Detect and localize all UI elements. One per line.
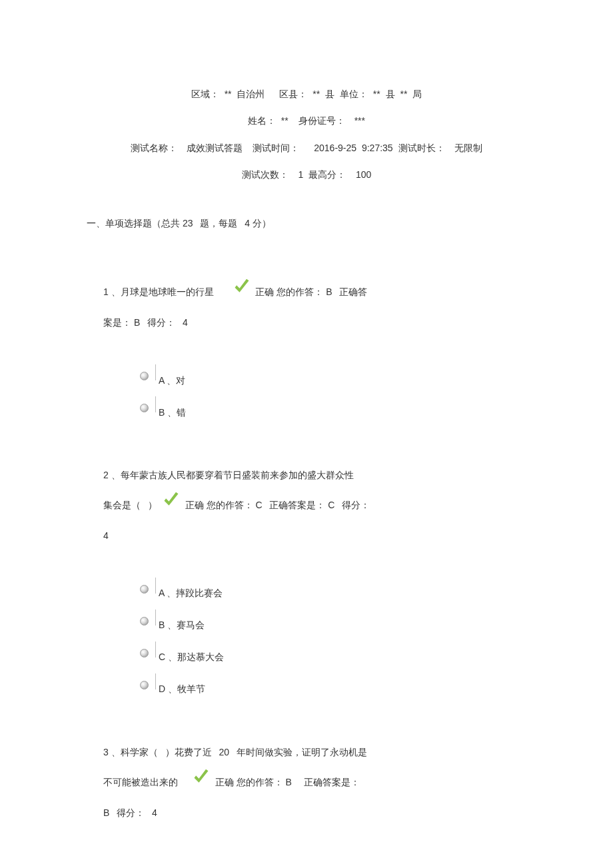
q1-option-b[interactable]: B 、错 <box>140 396 520 420</box>
radio-icon <box>140 585 149 594</box>
option-divider <box>155 364 156 380</box>
section-title: 一、单项选择题（总共 23 题，每题 4 分） <box>87 216 520 230</box>
radio-icon <box>140 372 149 380</box>
radio-icon <box>140 617 149 626</box>
q2-option-c[interactable]: C 、那达慕大会 <box>140 642 520 665</box>
header-name-line: 姓名： ** 身份证号： *** <box>93 113 520 128</box>
q1-option-b-label: B 、错 <box>159 405 186 420</box>
q1-options: A 、对 B 、错 <box>140 364 520 420</box>
q2-line2-pre: 集会是（ ） <box>103 500 157 510</box>
radio-icon <box>140 649 149 657</box>
check-icon <box>161 490 181 521</box>
question-2: 2 、每年蒙古族人民都要穿着节日盛装前来参加的盛大群众性 集会是（ ） 正确 您… <box>103 460 520 697</box>
q1-text-after: 正确 您的作答： B 正确答 <box>255 286 367 297</box>
q2-options: A 、摔跤比赛会 B 、赛马会 C 、那达慕大会 D 、牧羊节 <box>140 578 520 697</box>
option-divider <box>155 642 156 657</box>
q1-option-a[interactable]: A 、对 <box>140 364 520 388</box>
check-icon <box>232 277 252 308</box>
check-icon <box>191 767 211 798</box>
q1-option-a-label: A 、对 <box>159 373 185 388</box>
q2-option-c-label: C 、那达慕大会 <box>159 650 224 665</box>
header-region-line: 区域： ** 自治州 区县： ** 县 单位： ** 县 ** 局 <box>93 87 520 101</box>
q2-option-b[interactable]: B 、赛马会 <box>140 610 520 634</box>
q3-line1: 3 、科学家（ ）花费了近 20 年时间做实验，证明了永动机是 <box>103 747 367 757</box>
radio-icon <box>140 681 149 689</box>
q2-option-b-label: B 、赛马会 <box>159 618 205 633</box>
question-3: 3 、科学家（ ）花费了近 20 年时间做实验，证明了永动机是 不可能被造出来的… <box>103 737 520 828</box>
header-test-count-line: 测试次数： 1 最高分： 100 <box>93 167 520 182</box>
q2-line2-after: 正确 您的作答： C 正确答案是： C 得分： <box>185 500 370 510</box>
header-test-name-line: 测试名称： 成效测试答题 测试时间： 2016-9-25 9:27:35 测试时… <box>93 141 520 155</box>
question-1: 1 、月球是地球唯一的行星 正确 您的作答： B 正确答 案是： B 得分： 4… <box>103 277 520 420</box>
option-divider <box>155 396 156 412</box>
q2-option-d-label: D 、牧羊节 <box>159 681 205 697</box>
q2-line1: 2 、每年蒙古族人民都要穿着节日盛装前来参加的盛大群众性 <box>103 470 354 480</box>
q1-text-line2: 案是： B 得分： 4 <box>103 317 188 328</box>
q2-option-a-label: A 、摔跤比赛会 <box>159 586 223 601</box>
q3-line3: B 得分： 4 <box>103 807 157 818</box>
q2-option-a[interactable]: A 、摔跤比赛会 <box>140 578 520 602</box>
option-divider <box>155 578 156 594</box>
q2-option-d[interactable]: D 、牧羊节 <box>140 673 520 697</box>
q3-line2-after: 正确 您的作答： B 正确答案是： <box>215 777 360 787</box>
q3-line2-pre: 不可能被造出来的 <box>103 777 187 787</box>
radio-icon <box>140 404 149 412</box>
q1-text-pre: 1 、月球是地球唯一的行星 <box>103 286 228 297</box>
q2-line3: 4 <box>103 530 109 541</box>
option-divider <box>155 610 156 626</box>
option-divider <box>155 673 156 689</box>
